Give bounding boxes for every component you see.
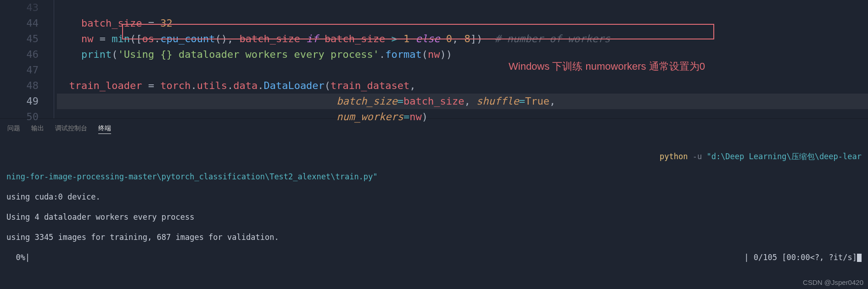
line-number: 44: [0, 16, 39, 31]
code-content[interactable]: Windows 下训练 numoworkers 通常设置为0 batch_siz…: [54, 0, 868, 118]
line-number: 43: [0, 0, 39, 16]
terminal-line: using cuda:0 device.: [6, 192, 862, 202]
code-line[interactable]: num_workers=nw): [57, 109, 868, 125]
line-number: 49: [0, 94, 39, 109]
code-line[interactable]: batch_size = 32: [57, 16, 868, 31]
tab-terminal[interactable]: 终端: [98, 124, 111, 134]
code-line[interactable]: train_loader = torch.utils.data.DataLoad…: [57, 78, 868, 94]
terminal-output[interactable]: python -u "d:\Deep Learning\压缩包\deep-lea…: [0, 139, 868, 284]
line-number: 45: [0, 31, 39, 47]
terminal-progress-line: 0%|| 0/105 [00:00<?, ?it/s]: [6, 252, 862, 262]
annotation-text: Windows 下训练 numoworkers 通常设置为0: [509, 60, 705, 73]
tab-debug[interactable]: 调试控制台: [55, 124, 87, 134]
terminal-line: ning-for-image-processing-master\pytorch…: [6, 172, 862, 182]
bottom-panel: 问题 输出 调试控制台 终端 python -u "d:\Deep Learni…: [0, 118, 868, 284]
tab-problems[interactable]: 问题: [7, 124, 20, 134]
terminal-line: Using 4 dataloader workers every process: [6, 212, 862, 222]
code-editor[interactable]: 43 44 45 46 47 48 49 50 Windows 下训练 numo…: [0, 0, 868, 118]
line-number-gutter: 43 44 45 46 47 48 49 50: [0, 0, 45, 118]
tab-output[interactable]: 输出: [31, 124, 44, 134]
terminal-cursor: [857, 254, 862, 262]
watermark: CSDN @Jsper0420: [803, 278, 863, 286]
code-line[interactable]: [57, 62, 868, 78]
line-number: 50: [0, 109, 39, 125]
code-line[interactable]: print('Using {} dataloader workers every…: [57, 47, 868, 62]
code-line[interactable]: nw = min([os.cpu_count(), batch_size if …: [57, 31, 868, 47]
fold-gutter: [45, 0, 54, 118]
code-line[interactable]: [57, 0, 868, 16]
line-number: 47: [0, 62, 39, 78]
code-line[interactable]: batch_size=batch_size, shuffle=True,: [57, 94, 868, 109]
line-number: 46: [0, 47, 39, 62]
terminal-line: using 3345 images for training, 687 imag…: [6, 232, 862, 242]
line-number: 48: [0, 78, 39, 94]
terminal-command-line: python -u "d:\Deep Learning\压缩包\deep-lea…: [6, 151, 862, 161]
